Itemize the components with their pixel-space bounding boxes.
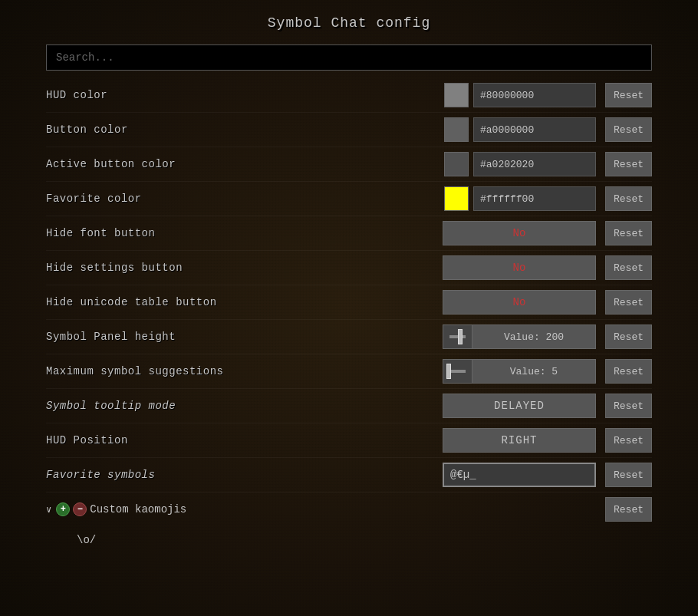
dropdown-btn-hud-position[interactable]: RIGHT: [443, 428, 596, 453]
setting-label-symbol-panel-height: Symbol Panel height: [46, 331, 443, 343]
text-input-favorite-symbols[interactable]: [443, 463, 596, 487]
color-swatch-button-color[interactable]: [444, 117, 469, 142]
slider-container-symbol-panel-height: Value: 200: [443, 324, 596, 349]
color-swatch-favorite-color[interactable]: [444, 186, 469, 211]
reset-btn-hud-position[interactable]: Reset: [605, 428, 652, 453]
reset-btn-custom-kaomojis[interactable]: Reset: [605, 497, 652, 522]
setting-control-hide-font-button: NoReset: [443, 221, 652, 245]
setting-control-favorite-symbols: Reset: [443, 463, 652, 487]
setting-label-hud-position: HUD Position: [46, 434, 443, 446]
setting-label-active-button-color: Active button color: [46, 158, 444, 170]
slider-track-symbol-panel-height[interactable]: [443, 324, 472, 349]
setting-control-active-button-color: Reset: [444, 152, 652, 176]
reset-btn-button-color[interactable]: Reset: [605, 117, 652, 142]
setting-label-button-color: Button color: [46, 124, 444, 136]
setting-row-hide-settings-button: Hide settings buttonNoReset: [46, 251, 652, 285]
setting-row-symbol-panel-height: Symbol Panel heightValue: 200Reset: [46, 320, 652, 354]
kaomoji-value-0: \o/: [77, 534, 96, 546]
setting-control-button-color: Reset: [444, 117, 652, 142]
color-input-active-button-color[interactable]: [473, 152, 596, 176]
value-display-symbol-panel-height: Value: 200: [472, 324, 596, 349]
search-input[interactable]: [46, 44, 652, 71]
setting-control-hud-color: Reset: [444, 83, 652, 107]
slider-thumb-symbol-panel-height: [458, 329, 463, 344]
setting-label-hide-settings-button: Hide settings button: [46, 262, 443, 274]
setting-row-hud-position: HUD PositionRIGHTReset: [46, 423, 652, 458]
kaomoji-sub-row-0: \o/: [46, 526, 652, 554]
setting-row-hide-font-button: Hide font buttonNoReset: [46, 216, 652, 251]
reset-btn-active-button-color[interactable]: Reset: [605, 152, 652, 176]
setting-row-symbol-tooltip-mode: Symbol tooltip modeDELAYEDReset: [46, 389, 652, 423]
reset-btn-maximum-symbol-suggestions[interactable]: Reset: [605, 359, 652, 384]
color-swatch-hud-color[interactable]: [444, 83, 469, 107]
setting-row-hide-unicode-table-button: Hide unicode table buttonNoReset: [46, 285, 652, 320]
setting-control-hide-unicode-table-button: NoReset: [443, 290, 652, 315]
setting-row-maximum-symbol-suggestions: Maximum symbol suggestionsValue: 5Reset: [46, 354, 652, 389]
setting-control-symbol-panel-height: Value: 200Reset: [443, 324, 652, 349]
custom-kaomojis-row: ∨+−Custom kaomojisReset: [46, 492, 652, 526]
reset-btn-hide-settings-button[interactable]: Reset: [605, 255, 652, 280]
setting-label-favorite-color: Favorite color: [46, 193, 444, 205]
setting-control-hide-settings-button: NoReset: [443, 255, 652, 280]
setting-control-maximum-symbol-suggestions: Value: 5Reset: [443, 359, 652, 384]
slider-thumb-maximum-symbol-suggestions: [446, 364, 451, 379]
page-title: Symbol Chat config: [46, 15, 652, 31]
setting-control-symbol-tooltip-mode: DELAYEDReset: [443, 394, 652, 418]
toggle-btn-hide-unicode-table-button[interactable]: No: [443, 290, 596, 315]
reset-btn-symbol-tooltip-mode[interactable]: Reset: [605, 394, 652, 418]
slider-track-maximum-symbol-suggestions[interactable]: [443, 359, 472, 384]
expand-icon[interactable]: ∨: [46, 504, 51, 516]
setting-row-favorite-symbols: Favorite symbolsReset: [46, 458, 652, 492]
setting-label-hide-font-button: Hide font button: [46, 227, 443, 239]
toggle-btn-hide-font-button[interactable]: No: [443, 221, 596, 245]
reset-btn-favorite-symbols[interactable]: Reset: [605, 463, 652, 487]
settings-list: HUD colorResetButton colorResetActive bu…: [46, 78, 652, 554]
setting-row-favorite-color: Favorite colorReset: [46, 182, 652, 216]
color-swatch-active-button-color[interactable]: [444, 152, 469, 176]
custom-kaomojis-label: Custom kaomojis: [90, 503, 601, 516]
toggle-btn-hide-settings-button[interactable]: No: [443, 255, 596, 280]
color-input-favorite-color[interactable]: [473, 186, 596, 211]
slider-container-maximum-symbol-suggestions: Value: 5: [443, 359, 596, 384]
reset-btn-hud-color[interactable]: Reset: [605, 83, 652, 107]
reset-btn-favorite-color[interactable]: Reset: [605, 186, 652, 211]
setting-label-symbol-tooltip-mode: Symbol tooltip mode: [46, 400, 443, 412]
slider-track-inner-maximum-symbol-suggestions: [449, 370, 466, 373]
dropdown-btn-symbol-tooltip-mode[interactable]: DELAYED: [443, 394, 596, 418]
setting-label-hud-color: HUD color: [46, 89, 444, 101]
setting-label-maximum-symbol-suggestions: Maximum symbol suggestions: [46, 365, 443, 377]
reset-btn-hide-font-button[interactable]: Reset: [605, 221, 652, 245]
setting-label-favorite-symbols: Favorite symbols: [46, 469, 443, 481]
setting-label-hide-unicode-table-button: Hide unicode table button: [46, 296, 443, 308]
setting-control-favorite-color: Reset: [444, 186, 652, 211]
remove-kaomoji-icon[interactable]: −: [73, 502, 87, 516]
setting-row-hud-color: HUD colorReset: [46, 78, 652, 113]
reset-btn-hide-unicode-table-button[interactable]: Reset: [605, 290, 652, 315]
add-kaomoji-icon[interactable]: +: [56, 502, 70, 516]
setting-row-active-button-color: Active button colorReset: [46, 147, 652, 182]
color-input-hud-color[interactable]: [473, 83, 596, 107]
reset-btn-symbol-panel-height[interactable]: Reset: [605, 324, 652, 349]
color-input-button-color[interactable]: [473, 117, 596, 142]
setting-row-button-color: Button colorReset: [46, 113, 652, 147]
value-display-maximum-symbol-suggestions: Value: 5: [472, 359, 596, 384]
setting-control-hud-position: RIGHTReset: [443, 428, 652, 453]
